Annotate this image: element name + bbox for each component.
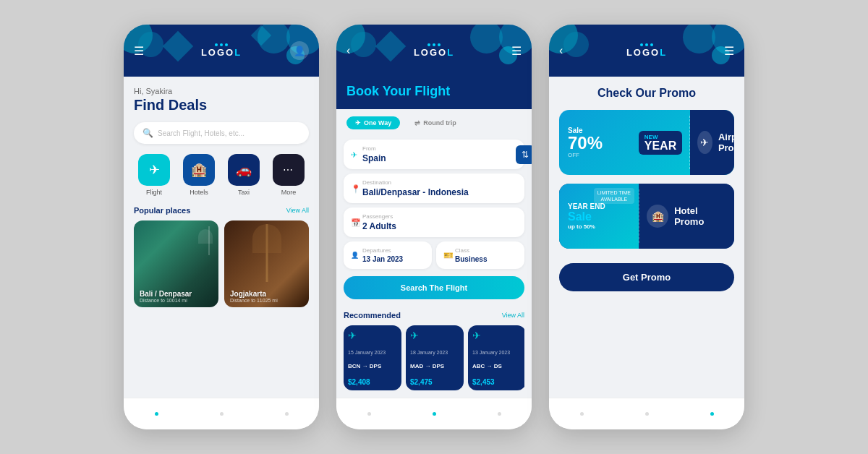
hamburger-3[interactable]: ☰ <box>724 44 734 58</box>
hotel-promo-name: Hotel Promo <box>674 205 727 227</box>
passengers-value: 2 Adults <box>362 221 516 231</box>
hamburger-icon-3: ☰ <box>724 44 734 58</box>
popular-section-header: Popular places View All <box>134 206 309 215</box>
from-icon: ✈ <box>351 150 357 159</box>
logo-text: LOGOL <box>201 47 242 58</box>
rec-card-3[interactable]: ✈ 13 January 2023 ABC → DS $2,453 <box>468 325 524 390</box>
phone-screen-1: ☰ LOGOL 👤 Hi, Syakira Find Deals 🔍 Searc… <box>124 25 319 429</box>
rec-date-2: 18 January 2023 <box>410 350 459 355</box>
class-field[interactable]: 🎫 Class Business <box>436 241 524 269</box>
logo-text-2: LOGOL <box>414 47 454 58</box>
page-title: Find Deals <box>134 97 309 113</box>
airplane-promo-card[interactable]: Sale 70% OFF NEW YEAR ✈ Airplane Promo <box>559 110 734 175</box>
user-avatar-btn[interactable]: 👤 <box>286 41 309 60</box>
bali-distance: Distance to 10014 mi <box>140 298 192 303</box>
sale-percent: 70% <box>568 134 603 152</box>
rec-route-3: ABC → DS <box>472 363 522 369</box>
greeting-text: Hi, Syakira <box>134 87 309 95</box>
departure-field[interactable]: 👤 Departures 13 Jan 2023 <box>344 241 432 269</box>
departure-class-row: 👤 Departures 13 Jan 2023 🎫 Class Busines… <box>344 241 524 269</box>
recommended-cards: ✈ 15 January 2023 BCN → DPS $2,408 ✈ 18 … <box>344 325 524 390</box>
class-icon: 🎫 <box>443 251 454 260</box>
search-flight-button[interactable]: Search The Flight <box>344 276 524 299</box>
rec-price-3: $2,453 <box>472 378 522 386</box>
view-all-recommended[interactable]: View All <box>502 312 524 319</box>
sale-year-end: Sale <box>568 210 630 223</box>
hotels-label: Hotels <box>190 189 208 196</box>
rec-price-2: $2,475 <box>410 378 459 386</box>
bottom-nav-3 <box>549 398 744 429</box>
search-icon: 🔍 <box>142 128 153 138</box>
recommended-section: Recommended View All ✈ 15 January 2023 B… <box>336 305 532 396</box>
passengers-icon: 📅 <box>351 218 361 227</box>
destination-field[interactable]: 📍 Destination Bali/Denpasar - Indonesia <box>344 174 524 203</box>
category-taxi[interactable]: 🚗 Taxi <box>224 154 264 196</box>
back-btn-3[interactable]: ‹ <box>559 44 563 57</box>
nav-dot-2-3 <box>498 412 501 416</box>
hotel-promo-card[interactable]: YEAR END Sale up to 50% LIMITED TIME AVA… <box>559 184 734 249</box>
flight-icon-box: ✈ <box>138 154 170 186</box>
more-label: More <box>281 189 297 196</box>
flight-label: Flight <box>146 189 162 196</box>
popular-title: Popular places <box>134 206 190 215</box>
get-promo-button[interactable]: Get Promo <box>559 263 734 291</box>
promo-content: Check Our Promo Sale 70% OFF NEW YEAR <box>549 77 744 301</box>
flight-form: ✈ From Spain ⇅ 📍 Destination Bali/Denpas… <box>336 134 532 305</box>
limited-badge: LIMITED TIME AVAILABLE <box>594 188 634 204</box>
swap-button[interactable]: ⇅ <box>516 145 532 164</box>
rec-card-1[interactable]: ✈ 15 January 2023 BCN → DPS $2,408 <box>344 325 401 390</box>
rec-price-1: $2,408 <box>348 378 397 386</box>
hotel-sale-pct: up to 50% <box>568 223 630 230</box>
logo-text-3: LOGOL <box>626 47 667 58</box>
nav-dot-3 <box>285 412 289 416</box>
nav-dot-3-1 <box>580 412 584 416</box>
book-flight-title: Book Your Flight <box>346 84 522 99</box>
search-bar[interactable]: 🔍 Search Flight, Hotels, etc... <box>134 122 309 144</box>
phone-screen-3: ‹ LOGOL ☰ Check Our Promo Sale 70% OFF <box>549 25 744 429</box>
from-dest-group: ✈ From Spain ⇅ 📍 Destination Bali/Denpas… <box>344 140 524 203</box>
nav-dot-1 <box>155 412 158 416</box>
hotel-service-icon: 🏨 <box>647 205 668 228</box>
search-input-placeholder: Search Flight, Hotels, etc... <box>158 129 244 137</box>
back-btn[interactable]: ‹ <box>346 44 350 57</box>
trip-type-toggle: ✈ One Way ⇌ Round trip <box>336 109 532 134</box>
hotel-promo-left: YEAR END Sale up to 50% LIMITED TIME AVA… <box>559 184 639 249</box>
rec-card-2[interactable]: ✈ 18 January 2023 MAD → DPS $2,475 <box>406 325 464 390</box>
place-jogja[interactable]: Jogjakarta Distance to 11025 mi <box>224 220 309 307</box>
place-bali[interactable]: Bali / Denpasar Distance to 10014 mi <box>134 220 218 307</box>
view-all-popular[interactable]: View All <box>286 207 309 214</box>
recommended-header: Recommended View All <box>344 311 524 320</box>
nav-dot-2 <box>220 412 224 416</box>
passengers-field[interactable]: 📅 Passengers 2 Adults <box>344 207 524 237</box>
screen2-header-bg: ‹ LOGOL ☰ <box>336 25 532 77</box>
airplane-promo-left: Sale 70% OFF <box>559 110 631 175</box>
category-hotels[interactable]: 🏨 Hotels <box>179 154 219 196</box>
screen3-header-bg: ‹ LOGOL ☰ <box>549 25 744 77</box>
hamburger-menu[interactable]: ☰ <box>134 44 144 58</box>
bali-name: Bali / Denpasar <box>140 290 192 298</box>
bali-info: Bali / Denpasar Distance to 10014 mi <box>140 290 192 303</box>
bottom-nav-2 <box>336 398 532 429</box>
one-way-btn[interactable]: ✈ One Way <box>346 116 400 129</box>
rec-plane-icon-2: ✈ <box>410 330 459 341</box>
airplane-promo-right: ✈ Airplane Promo <box>690 110 734 175</box>
round-trip-btn[interactable]: ⇌ Round trip <box>406 116 465 129</box>
airplane-service-icon: ✈ <box>697 131 712 154</box>
rec-plane-icon-3: ✈ <box>472 330 522 341</box>
from-field[interactable]: ✈ From Spain ⇅ <box>344 140 524 169</box>
class-value: Business <box>455 255 516 263</box>
nav-dot-3-3 <box>710 412 714 416</box>
category-more[interactable]: ⋯ More <box>268 154 309 196</box>
jogja-name: Jogjakarta <box>230 290 278 298</box>
hamburger-icon: ☰ <box>134 44 144 58</box>
user-icon: 👤 <box>290 41 309 60</box>
more-icon-box: ⋯ <box>273 154 305 186</box>
category-flight[interactable]: ✈ Flight <box>134 154 174 196</box>
screen1-body: Hi, Syakira Find Deals 🔍 Search Flight, … <box>124 77 319 398</box>
new-year-text: NEW YEAR <box>639 131 682 155</box>
book-title-section: Book Your Flight <box>336 77 532 109</box>
hamburger-2[interactable]: ☰ <box>511 44 522 58</box>
hamburger-icon-2: ☰ <box>511 44 522 58</box>
app-logo: LOGOL <box>201 43 242 58</box>
departure-value: 13 Jan 2023 <box>362 255 423 263</box>
